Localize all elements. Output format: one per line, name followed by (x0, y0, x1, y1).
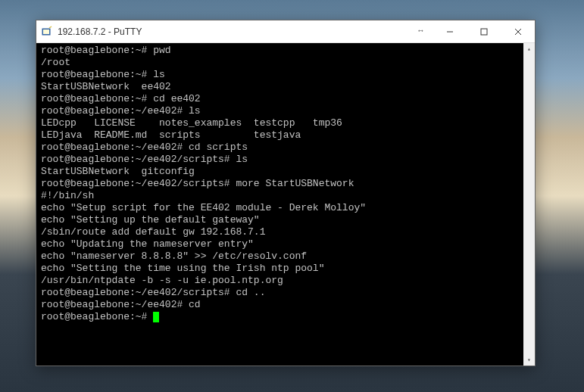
svg-rect-4 (481, 29, 487, 35)
scroll-up-icon[interactable]: ▴ (523, 43, 535, 54)
minimize-button[interactable] (433, 20, 467, 42)
svg-line-2 (49, 26, 52, 28)
terminal-line: root@beaglebone:~/ee402# ls (41, 105, 523, 117)
terminal-line: /sbin/route add default gw 192.168.7.1 (41, 226, 523, 238)
putty-icon (41, 26, 53, 38)
close-button[interactable] (501, 20, 535, 42)
terminal-line: root@beaglebone:~# cd ee402 (41, 93, 523, 105)
window-title: 192.168.7.2 - PuTTY (58, 26, 142, 37)
scroll-down-icon[interactable]: ▾ (523, 354, 535, 366)
terminal-line: #!/bin/sh (41, 190, 523, 202)
terminal-line: root@beaglebone:~/ee402# cd scripts (41, 142, 523, 154)
svg-rect-1 (43, 30, 49, 34)
prompt-text: root@beaglebone:~# (41, 311, 153, 322)
terminal-line: /root (41, 57, 523, 69)
terminal[interactable]: root@beaglebone:~# pwd /root root@beagle… (36, 43, 535, 366)
maximize-button[interactable] (467, 20, 501, 42)
terminal-line: echo "Setting up the default gateway" (41, 214, 523, 226)
terminal-line: StartUSBNetwork ee402 (41, 81, 523, 93)
titlebar-controls (433, 20, 535, 42)
terminal-line: echo "nameserver 8.8.8.8" >> /etc/resolv… (41, 250, 523, 263)
terminal-line: root@beaglebone:~/ee402/scripts# cd .. (41, 287, 523, 299)
terminal-line: LEDjava README.md scripts testjava (41, 129, 523, 142)
terminal-content: root@beaglebone:~# pwd /root root@beagle… (41, 45, 523, 323)
terminal-line: LEDcpp LICENSE notes_examples testcpp tm… (41, 117, 523, 129)
resize-indicator-icon: ↔ (417, 26, 425, 35)
terminal-line: echo "Setting the time using the Irish n… (41, 263, 523, 275)
terminal-prompt-line: root@beaglebone:~# (41, 311, 523, 323)
terminal-line: root@beaglebone:~# ls (41, 69, 523, 81)
putty-window: 192.168.7.2 - PuTTY ↔ root@beaglebone:~#… (36, 20, 536, 366)
titlebar[interactable]: 192.168.7.2 - PuTTY ↔ (36, 20, 535, 43)
terminal-line: root@beaglebone:~# pwd (41, 45, 523, 57)
terminal-line: echo "Setup script for the EE402 module … (41, 202, 523, 214)
terminal-line: root@beaglebone:~/ee402/scripts# more St… (41, 178, 523, 190)
scrollbar[interactable]: ▴ ▾ (523, 43, 535, 366)
terminal-line: StartUSBNetwork gitconfig (41, 166, 523, 178)
terminal-line: /usr/bin/ntpdate -b -s -u ie.pool.ntp.or… (41, 275, 523, 287)
terminal-line: root@beaglebone:~/ee402# cd (41, 299, 523, 311)
terminal-line: root@beaglebone:~/ee402/scripts# ls (41, 154, 523, 166)
cursor (153, 312, 159, 322)
terminal-line: echo "Updating the nameserver entry" (41, 238, 523, 250)
